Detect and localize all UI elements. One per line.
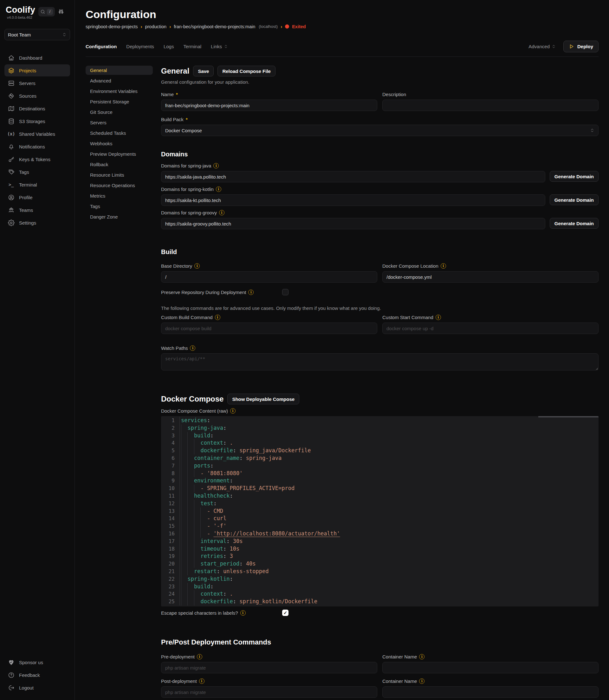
sidebar-item-destinations[interactable]: Destinations (4, 102, 70, 115)
base-directory-label: Base Directory (161, 263, 192, 269)
info-icon[interactable] (436, 314, 441, 320)
subnav-item-preview-deployments[interactable]: Preview Deployments (86, 149, 153, 158)
code-line: 12test: (161, 500, 598, 508)
generate-domain-button[interactable]: Generate Domain (550, 218, 598, 229)
post-container-name-field[interactable] (382, 686, 598, 698)
advanced-dropdown[interactable]: Advanced (528, 44, 556, 49)
description-field[interactable] (382, 100, 598, 111)
info-icon[interactable] (419, 679, 424, 684)
subnav-item-environment-variables[interactable]: Environment Variables (86, 87, 153, 96)
watch-paths-field[interactable] (161, 353, 598, 371)
domain-spring-kotlin-field[interactable] (161, 194, 545, 206)
subnav-item-rollback[interactable]: Rollback (86, 160, 153, 169)
sidebar-item-servers[interactable]: Servers (4, 77, 70, 89)
subnav-item-webhooks[interactable]: Webhooks (86, 139, 153, 148)
sidebar-item-terminal[interactable]: >_ Terminal (4, 178, 70, 191)
info-icon[interactable] (199, 679, 205, 684)
pre-deployment-field[interactable] (161, 662, 377, 673)
info-icon[interactable] (213, 163, 219, 168)
sidebar-item-settings[interactable]: Settings (4, 217, 70, 229)
info-icon[interactable] (215, 314, 220, 320)
subnav-item-resource-operations[interactable]: Resource Operations (86, 181, 153, 190)
info-icon[interactable] (441, 263, 446, 269)
info-icon[interactable] (248, 290, 254, 295)
build-pack-select[interactable]: Docker Compose (161, 125, 598, 136)
breadcrumb-environment[interactable]: production (145, 24, 167, 29)
sidebar-item-profile[interactable]: Profile (4, 191, 70, 203)
subnav-item-general[interactable]: General (86, 66, 153, 75)
save-button[interactable]: Save (193, 66, 214, 76)
editor-scrollbar[interactable] (538, 416, 598, 417)
subnav-item-git-source[interactable]: Git Source (86, 107, 153, 117)
base-directory-field[interactable] (161, 271, 377, 283)
breadcrumb-application[interactable]: fran-bec/springboot-demo-projects:main (174, 24, 255, 29)
info-icon[interactable] (230, 408, 236, 414)
sidebar-item-tags[interactable]: Tags (4, 166, 70, 178)
sidebar-item-projects[interactable]: Projects (4, 64, 70, 76)
subnav-item-resource-limits[interactable]: Resource Limits (86, 170, 153, 180)
sidebar-item-dashboard[interactable]: Dashboard (4, 52, 70, 64)
info-icon[interactable] (419, 654, 424, 660)
build-pack-value: Docker Compose (165, 128, 202, 133)
tab-links[interactable]: Links (211, 44, 228, 49)
subnav-item-persistent-storage[interactable]: Persistent Storage (86, 97, 153, 106)
generate-domain-button[interactable]: Generate Domain (550, 194, 598, 205)
reload-compose-button[interactable]: Reload Compose File (218, 66, 276, 76)
escape-labels-checkbox[interactable] (282, 610, 289, 616)
domain-spring-groovy-field[interactable] (161, 218, 545, 229)
custom-start-command-field[interactable] (382, 323, 598, 334)
subnav-item-metrics[interactable]: Metrics (86, 191, 153, 201)
info-icon[interactable] (219, 210, 224, 215)
tab-deployments[interactable]: Deployments (126, 44, 154, 49)
code-line: 7ports: (161, 462, 598, 470)
docker-compose-heading: Docker Compose (161, 395, 224, 404)
tab-logs[interactable]: Logs (163, 44, 174, 49)
sidebar-item-notifications[interactable]: Notifications (4, 140, 70, 153)
subnav-item-danger-zone[interactable]: Danger Zone (86, 212, 153, 221)
show-deployable-compose-button[interactable]: Show Deployable Compose (227, 394, 299, 404)
generate-domain-button[interactable]: Generate Domain (550, 171, 598, 182)
name-field[interactable] (161, 100, 377, 111)
compose-location-field[interactable] (382, 271, 598, 283)
sidebar-item-sponsor[interactable]: Sponsor us (4, 656, 70, 668)
search-input[interactable]: / (38, 7, 55, 17)
subnav-item-servers[interactable]: Servers (86, 118, 153, 127)
user-circle-icon (7, 194, 15, 201)
domain-spring-java-label: Domains for spring-java (161, 163, 211, 168)
compose-editor[interactable]: 1services:2spring-java:3build:4context: … (161, 416, 598, 607)
info-icon[interactable] (197, 654, 202, 660)
tab-terminal[interactable]: Terminal (183, 44, 201, 49)
server-icon (7, 80, 15, 87)
code-line: 9environment: (161, 477, 598, 485)
code-line: 14- curl (161, 515, 598, 523)
custom-build-command-field[interactable] (161, 323, 377, 334)
tab-configuration[interactable]: Configuration (86, 44, 117, 49)
app-version: v4.0.0-beta.462 (6, 15, 35, 19)
sidebar-item-keys-tokens[interactable]: Keys & Tokens (4, 153, 70, 165)
preserve-repository-checkbox[interactable] (282, 289, 289, 295)
team-selector[interactable]: Root Team (4, 29, 70, 40)
pre-container-name-field[interactable] (382, 662, 598, 673)
subnav-item-tags[interactable]: Tags (86, 202, 153, 211)
breadcrumb-project[interactable]: springboot-demo-projects (86, 24, 138, 29)
adjustments-icon[interactable] (58, 8, 64, 15)
sidebar-item-s3-storages[interactable]: S3 Storages (4, 115, 70, 127)
info-icon[interactable] (216, 187, 221, 192)
subnav-item-scheduled-tasks[interactable]: Scheduled Tasks (86, 129, 153, 138)
info-icon[interactable] (240, 610, 246, 616)
post-deployment-field[interactable] (161, 686, 377, 698)
info-icon[interactable] (190, 345, 195, 351)
sidebar-item-sources[interactable]: Sources (4, 90, 70, 102)
sidebar-item-feedback[interactable]: Feedback (4, 669, 70, 681)
play-icon (569, 44, 574, 49)
sidebar-item-label: S3 Storages (19, 119, 45, 124)
subnav-item-advanced[interactable]: Advanced (86, 76, 153, 85)
deploy-button[interactable]: Deploy (563, 40, 598, 52)
bell-icon (7, 143, 15, 150)
info-icon[interactable] (194, 263, 200, 269)
sidebar-item-logout[interactable]: Logout (4, 682, 70, 694)
sidebar-item-teams[interactable]: Teams (4, 204, 70, 216)
sidebar-item-shared-variables[interactable]: (x) Shared Variables (4, 128, 70, 140)
domain-spring-java-field[interactable] (161, 171, 545, 182)
sidebar-item-label: Feedback (19, 672, 40, 678)
